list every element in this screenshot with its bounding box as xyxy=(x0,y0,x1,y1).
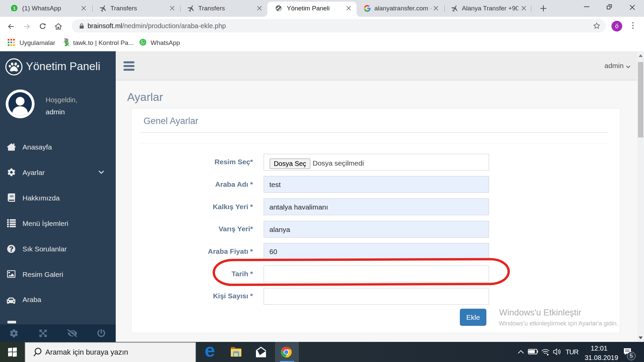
svg-text:1: 1 xyxy=(13,6,15,11)
